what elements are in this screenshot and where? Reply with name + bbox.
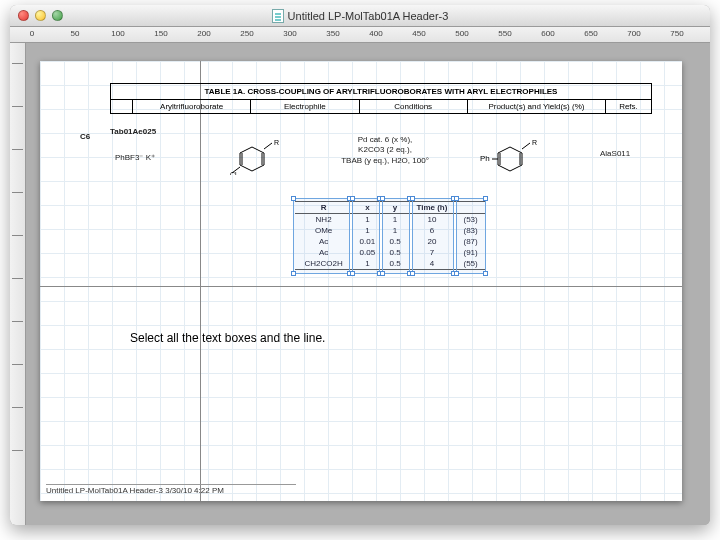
- window-title: Untitled LP-MolTab01A Header-3: [10, 9, 710, 23]
- window-frame: Untitled LP-MolTab01A Header-3 0 50 100 …: [10, 5, 710, 525]
- zoom-icon[interactable]: [52, 10, 63, 21]
- minimize-icon[interactable]: [35, 10, 46, 21]
- table-header-cell: Refs.: [606, 100, 651, 113]
- svg-line-3: [264, 143, 272, 149]
- selection-box[interactable]: [352, 198, 380, 274]
- selection-box[interactable]: [412, 198, 454, 274]
- conditions-block[interactable]: Pd cat. 6 (x %), K2CO3 (2 eq.), TBAB (y …: [325, 135, 445, 166]
- instruction-text: Select all the text boxes and the line.: [130, 331, 325, 345]
- ruler-tick-label: 750: [670, 29, 683, 38]
- table-header-cell: Product(s) and Yield(s) (%): [468, 100, 606, 113]
- svg-marker-8: [498, 147, 522, 171]
- entry-borate[interactable]: PhBF3⁻ K⁺: [115, 153, 155, 162]
- table-header-cell: Aryltrifluoroborate: [133, 100, 251, 113]
- svg-line-12: [522, 143, 530, 149]
- table-header-row: Aryltrifluoroborate Electrophile Conditi…: [111, 100, 651, 113]
- table-header-frame[interactable]: TABLE 1A. CROSS-COUPLING OF ARYLTRIFLUOR…: [110, 83, 652, 114]
- table-header-cell: Electrophile: [251, 100, 359, 113]
- entry-ref[interactable]: AlaS011: [600, 149, 630, 158]
- ruler-tick-label: 250: [240, 29, 253, 38]
- window-title-text: Untitled LP-MolTab01A Header-3: [288, 10, 449, 22]
- ruler-tick-label: 150: [154, 29, 167, 38]
- titlebar: Untitled LP-MolTab01A Header-3: [10, 5, 710, 27]
- vertical-ruler[interactable]: [10, 43, 26, 525]
- traffic-lights: [18, 10, 63, 21]
- workspace: TABLE 1A. CROSS-COUPLING OF ARYLTRIFLUOR…: [10, 43, 710, 525]
- svg-text:R: R: [274, 139, 279, 146]
- ruler-tick-label: 350: [326, 29, 339, 38]
- table-entry: C6 Tab01Ae025 PhBF3⁻ K⁺ R: [110, 127, 652, 197]
- selection-box[interactable]: [382, 198, 410, 274]
- selection-box[interactable]: [456, 198, 486, 274]
- svg-text:R: R: [532, 139, 537, 146]
- svg-marker-0: [240, 147, 264, 171]
- ruler-tick-label: 400: [369, 29, 382, 38]
- document-content: TABLE 1A. CROSS-COUPLING OF ARYLTRIFLUOR…: [40, 61, 682, 501]
- ruler-tick-label: 200: [197, 29, 210, 38]
- table-title: TABLE 1A. CROSS-COUPLING OF ARYLTRIFLUOR…: [111, 84, 651, 100]
- ruler-tick-label: 700: [627, 29, 640, 38]
- product-structure[interactable]: Ph R: [480, 139, 550, 175]
- electrophile-structure[interactable]: R Cl: [230, 139, 288, 175]
- ruler-tick-label: 550: [498, 29, 511, 38]
- close-icon[interactable]: [18, 10, 29, 21]
- entry-c-label: C6: [80, 132, 90, 141]
- svg-text:Ph: Ph: [480, 154, 490, 163]
- ruler-tick-label: 300: [283, 29, 296, 38]
- ruler-tick-label: 100: [111, 29, 124, 38]
- svg-text:Cl: Cl: [230, 171, 237, 175]
- conditions-line: TBAB (y eq.), H2O, 100°: [325, 156, 445, 166]
- ruler-tick-label: 450: [412, 29, 425, 38]
- ruler-tick-label: 650: [584, 29, 597, 38]
- page-footer: Untitled LP-MolTab01A Header-3 3/30/10 4…: [46, 484, 296, 495]
- document-icon: [272, 9, 284, 23]
- conditions-line: Pd cat. 6 (x %),: [325, 135, 445, 145]
- selection-box[interactable]: [293, 198, 350, 274]
- conditions-line: K2CO3 (2 eq.),: [325, 145, 445, 155]
- entry-tag[interactable]: Tab01Ae025: [110, 127, 156, 136]
- table-header-cell: Conditions: [360, 100, 468, 113]
- horizontal-ruler[interactable]: 0 50 100 150 200 250 300 350 400 450 500…: [10, 27, 710, 43]
- ruler-tick-label: 600: [541, 29, 554, 38]
- drawing-canvas[interactable]: TABLE 1A. CROSS-COUPLING OF ARYLTRIFLUOR…: [40, 61, 682, 501]
- table-header-cell: [111, 100, 133, 113]
- ruler-tick-label: 50: [71, 29, 80, 38]
- ruler-tick-label: 0: [30, 29, 34, 38]
- ruler-tick-label: 500: [455, 29, 468, 38]
